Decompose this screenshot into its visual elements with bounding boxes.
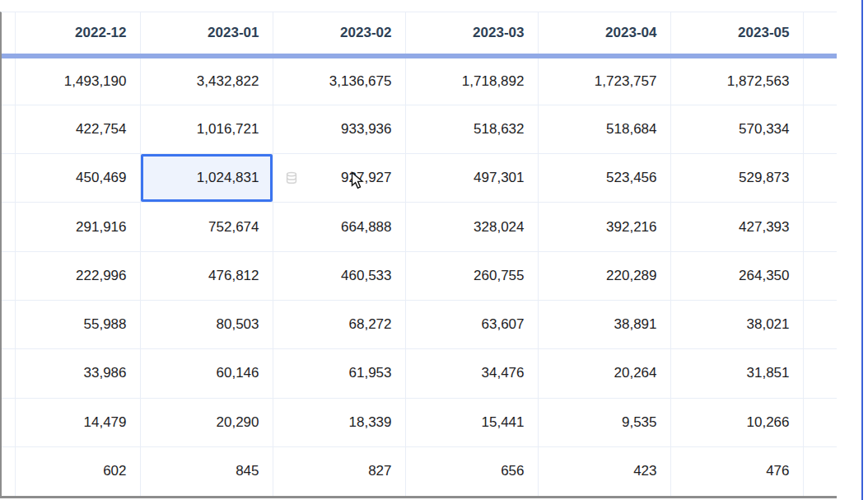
table-row: 33,98660,14661,95334,47620,26431,851	[2, 349, 837, 398]
table-cell[interactable]: 18,339	[273, 398, 405, 446]
row-gutter-cell	[2, 105, 15, 153]
table-cell[interactable]: 61,953	[273, 349, 405, 398]
table-cell[interactable]: 33,986	[15, 349, 140, 398]
table-cell[interactable]: 1,718,892	[405, 56, 538, 105]
table-cell[interactable]: 220,289	[538, 251, 670, 300]
table-body: 1,493,1903,432,8223,136,6751,718,8921,72…	[2, 56, 837, 496]
table-cell[interactable]: 3,136,675	[273, 56, 405, 105]
trailing-cell	[803, 56, 837, 105]
table-cell[interactable]: 38,891	[538, 300, 670, 348]
table-cell[interactable]: 523,456	[538, 154, 670, 203]
table-cell[interactable]: 1,493,190	[15, 56, 140, 105]
header-row: 2022-122023-012023-022023-032023-042023-…	[2, 12, 837, 56]
database-icon[interactable]	[285, 171, 298, 185]
data-table: 2022-122023-012023-022023-032023-042023-…	[2, 12, 837, 496]
row-gutter-cell	[2, 446, 15, 495]
table-cell[interactable]: 460,533	[273, 251, 405, 300]
table-cell[interactable]: 20,290	[140, 398, 273, 446]
table-cell[interactable]: 570,334	[670, 105, 803, 153]
column-header-2023-05[interactable]: 2023-05	[670, 12, 803, 56]
table-cell[interactable]: 328,024	[405, 203, 538, 251]
table-cell[interactable]: 264,350	[670, 251, 803, 300]
row-gutter-cell	[2, 251, 15, 300]
row-gutter-cell	[2, 349, 15, 398]
table-cell[interactable]: 3,432,822	[140, 56, 273, 105]
row-gutter-cell	[2, 203, 15, 251]
table-cell[interactable]: 291,916	[15, 203, 140, 251]
table-row: 450,4691,024,831927,927497,301523,456529…	[2, 154, 837, 203]
table-cell[interactable]: 602	[15, 446, 140, 495]
table-cell[interactable]: 656	[405, 446, 538, 495]
table-cell[interactable]: 15,441	[405, 398, 538, 446]
column-header-2023-03[interactable]: 2023-03	[405, 12, 538, 56]
table-row: 55,98880,50368,27263,60738,89138,021	[2, 300, 837, 348]
table-row: 222,996476,812460,533260,755220,289264,3…	[2, 251, 837, 300]
table-cell[interactable]: 476,812	[140, 251, 273, 300]
table-cell[interactable]: 222,996	[15, 251, 140, 300]
trailing-cell	[803, 300, 837, 348]
trailing-column-header	[803, 12, 837, 56]
table-cell[interactable]: 933,936	[273, 105, 405, 153]
table-header: 2022-122023-012023-022023-032023-042023-…	[2, 12, 837, 56]
table-cell[interactable]: 80,503	[140, 300, 273, 348]
selected-cell[interactable]: 1,024,831	[140, 154, 273, 203]
table-cell[interactable]: 827	[273, 446, 405, 495]
table-cell[interactable]: 518,684	[538, 105, 670, 153]
column-header-2023-04[interactable]: 2023-04	[538, 12, 670, 56]
table-cell[interactable]: 427,393	[670, 203, 803, 251]
column-header-2023-01[interactable]: 2023-01	[140, 12, 273, 56]
table-cell[interactable]: 34,476	[405, 349, 538, 398]
table-cell[interactable]: 31,851	[670, 349, 803, 398]
trailing-cell	[803, 398, 837, 446]
screen: 2022-122023-012023-022023-032023-042023-…	[0, 0, 868, 500]
table-cell[interactable]: 1,872,563	[670, 56, 803, 105]
table-cell[interactable]: 20,264	[538, 349, 670, 398]
table-cell[interactable]: 752,674	[140, 203, 273, 251]
table-row: 291,916752,674664,888328,024392,216427,3…	[2, 203, 837, 251]
table-cell[interactable]: 529,873	[670, 154, 803, 203]
table-cell[interactable]: 497,301	[405, 154, 538, 203]
row-gutter-cell	[2, 56, 15, 105]
trailing-cell	[803, 203, 837, 251]
table-cell[interactable]: 9,535	[538, 398, 670, 446]
table-cell[interactable]: 422,754	[15, 105, 140, 153]
table-cell[interactable]: 392,216	[538, 203, 670, 251]
table-cell[interactable]: 450,469	[15, 154, 140, 203]
table-cell[interactable]: 63,607	[405, 300, 538, 348]
row-gutter-header	[2, 12, 15, 56]
table-cell[interactable]: 518,632	[405, 105, 538, 153]
trailing-cell	[803, 349, 837, 398]
table-row: 602845827656423476	[2, 446, 837, 495]
table-cell[interactable]: 10,266	[670, 398, 803, 446]
table-cell[interactable]: 60,146	[140, 349, 273, 398]
table-cell[interactable]: 664,888	[273, 203, 405, 251]
table-cell[interactable]: 55,988	[15, 300, 140, 348]
data-table-panel: 2022-122023-012023-022023-032023-042023-…	[0, 12, 837, 498]
table-row: 1,493,1903,432,8223,136,6751,718,8921,72…	[2, 56, 837, 105]
table-cell[interactable]: 845	[140, 446, 273, 495]
row-gutter-cell	[2, 398, 15, 446]
table-row: 422,7541,016,721933,936518,632518,684570…	[2, 105, 837, 153]
table-cell[interactable]: 68,272	[273, 300, 405, 348]
hovered-cell[interactable]: 927,927	[273, 154, 405, 203]
table-cell[interactable]: 1,723,757	[538, 56, 670, 105]
table-cell[interactable]: 476	[670, 446, 803, 495]
pane-divider[interactable]	[861, 0, 863, 500]
column-header-2022-12[interactable]: 2022-12	[15, 12, 140, 56]
trailing-cell	[803, 154, 837, 203]
table-cell[interactable]: 38,021	[670, 300, 803, 348]
row-gutter-cell	[2, 300, 15, 348]
trailing-cell	[803, 446, 837, 495]
table-cell[interactable]: 423	[538, 446, 670, 495]
table-cell[interactable]: 14,479	[15, 398, 140, 446]
column-header-2023-02[interactable]: 2023-02	[273, 12, 405, 56]
table-cell[interactable]: 260,755	[405, 251, 538, 300]
table-row: 14,47920,29018,33915,4419,53510,266	[2, 398, 837, 446]
table-cell[interactable]: 1,016,721	[140, 105, 273, 153]
trailing-cell	[803, 251, 837, 300]
row-gutter-cell	[2, 154, 15, 203]
trailing-cell	[803, 105, 837, 153]
